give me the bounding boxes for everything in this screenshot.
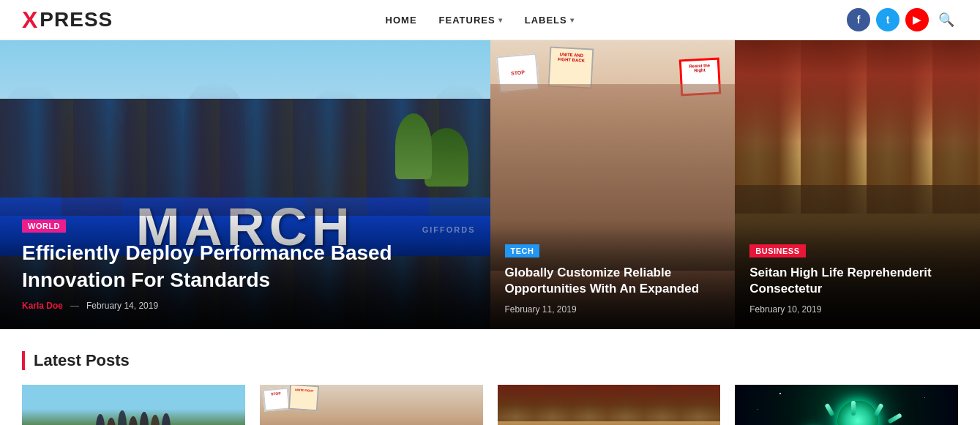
- twitter-button[interactable]: t: [876, 8, 899, 31]
- nav-labels[interactable]: LABELS ▾: [525, 15, 575, 26]
- youtube-button[interactable]: ▶: [905, 8, 929, 31]
- hero-card-1-meta: Karla Doe — February 14, 2019: [22, 301, 468, 311]
- hero-grid: MARCH GIFFORDS WORLD Efficient: [0, 40, 980, 329]
- hero-card-2-meta: February 11, 2019: [505, 304, 721, 315]
- post-thumb-1: MARCH: [22, 385, 245, 425]
- post-card-1[interactable]: MARCH: [22, 385, 245, 425]
- hero-card-3-badge: BUSINESS: [749, 244, 805, 257]
- post-card-4[interactable]: [735, 385, 958, 425]
- post-thumb-3: [498, 385, 721, 425]
- hero-card-tertiary[interactable]: BUSINESS Seitan High Life Reprehenderit …: [735, 40, 980, 329]
- hero-card-1-author: Karla Doe: [22, 301, 63, 311]
- site-header: X PRESS HOME FEATURES ▾ LABELS ▾ f t ▶ 🔍: [0, 0, 980, 40]
- post-thumb-2: STOP UNITE FIGHT: [260, 385, 483, 425]
- post-card-3[interactable]: [498, 385, 721, 425]
- hero-card-3-meta: February 10, 2019: [749, 304, 965, 315]
- features-chevron-icon: ▾: [498, 16, 503, 24]
- post-thumb-4: [735, 385, 958, 425]
- hero-card-2-badge: TECH: [505, 244, 540, 257]
- hero-card-3-overlay: BUSINESS Seitan High Life Reprehenderit …: [735, 229, 980, 329]
- hero-card-2-title: Globally Customize Reliable Opportunitie…: [505, 265, 721, 297]
- site-logo[interactable]: X PRESS: [22, 7, 113, 34]
- logo-x: X: [22, 7, 38, 34]
- hero-card-2-overlay: TECH Globally Customize Reliable Opportu…: [490, 229, 736, 329]
- latest-posts-section: Latest Posts MARCH: [0, 329, 980, 425]
- posts-grid: MARCH: [22, 385, 958, 425]
- hero-card-1-title: Efficiently Deploy Performance Based Inn…: [22, 240, 468, 293]
- social-icons-group: f t ▶ 🔍: [847, 8, 958, 31]
- hero-card-2-date: February 11, 2019: [505, 304, 577, 315]
- hero-card-1-date: February 14, 2019: [86, 301, 158, 311]
- post-card-2[interactable]: STOP UNITE FIGHT: [260, 385, 483, 425]
- nav-features[interactable]: FEATURES ▾: [439, 15, 503, 26]
- logo-press: PRESS: [40, 8, 113, 31]
- hero-card-1-badge: WORLD: [22, 219, 66, 233]
- search-icon[interactable]: 🔍: [935, 8, 958, 31]
- facebook-button[interactable]: f: [847, 8, 870, 31]
- main-nav: HOME FEATURES ▾ LABELS ▾: [386, 15, 575, 26]
- hero-card-main[interactable]: MARCH GIFFORDS WORLD Efficient: [0, 40, 490, 329]
- hero-card-1-overlay: WORLD Efficiently Deploy Performance Bas…: [0, 200, 490, 329]
- hero-card-3-title: Seitan High Life Reprehenderit Consectet…: [749, 265, 965, 297]
- nav-home[interactable]: HOME: [386, 15, 417, 26]
- latest-posts-title: Latest Posts: [22, 351, 958, 370]
- hero-card-3-date: February 10, 2019: [749, 304, 821, 315]
- hero-card-secondary[interactable]: STOP UNITE AND FIGHT BACK Resist the Rig…: [490, 40, 736, 329]
- labels-chevron-icon: ▾: [570, 16, 575, 24]
